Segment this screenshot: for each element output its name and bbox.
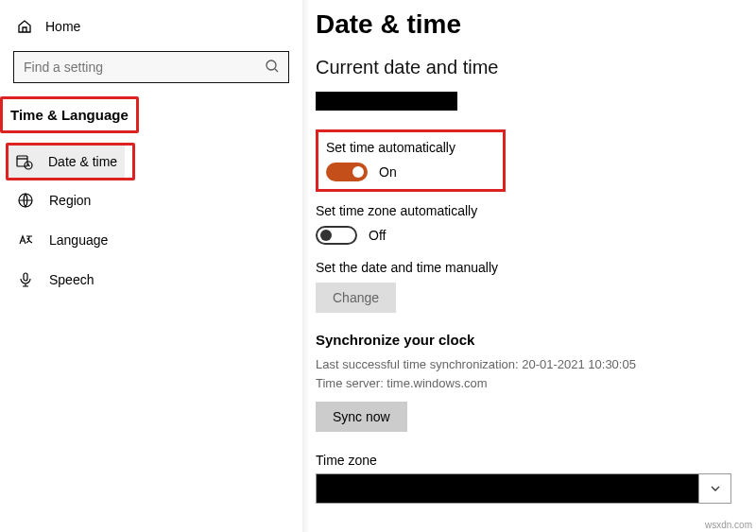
change-button[interactable]: Change xyxy=(316,283,396,313)
category-wrap: Time & Language xyxy=(0,96,302,133)
category-label: Time & Language xyxy=(0,96,139,133)
set-manual-label: Set the date and time manually xyxy=(316,260,741,275)
nav-list: Date & time Region Language Speech xyxy=(0,143,302,300)
toggle-state-label: Off xyxy=(369,228,386,243)
search-wrap xyxy=(13,51,289,83)
toggle-set-time-auto[interactable]: On xyxy=(326,163,455,181)
calendar-clock-icon xyxy=(16,153,33,170)
globe-icon xyxy=(17,192,34,209)
sidebar-item-label: Speech xyxy=(49,272,94,287)
sidebar-item-language[interactable]: Language xyxy=(0,220,302,260)
content-pane: Date & time Current date and time Set ti… xyxy=(302,0,756,532)
current-datetime-value xyxy=(316,92,457,111)
watermark: wsxdn.com xyxy=(705,520,752,530)
search-icon xyxy=(265,59,280,74)
home-label: Home xyxy=(45,19,80,34)
sync-info: Last successful time synchronization: 20… xyxy=(316,355,741,392)
svg-rect-4 xyxy=(24,273,27,281)
timezone-label: Time zone xyxy=(316,453,741,468)
sidebar-item-date-time[interactable]: Date & time xyxy=(9,146,125,178)
svg-point-0 xyxy=(266,60,276,70)
set-tz-auto-label: Set time zone automatically xyxy=(316,203,741,218)
home-nav[interactable]: Home xyxy=(0,11,302,42)
highlight-set-time-auto: Set time automatically On xyxy=(316,129,506,192)
page-title: Date & time xyxy=(316,9,741,40)
language-icon xyxy=(17,232,34,249)
toggle-track xyxy=(326,163,368,181)
set-manual-group: Set the date and time manually Change xyxy=(316,260,741,313)
set-tz-auto-group: Set time zone automatically Off xyxy=(316,203,741,245)
set-time-auto-label: Set time automatically xyxy=(326,140,455,155)
sync-server-line: Time server: time.windows.com xyxy=(316,374,741,393)
sidebar-item-label: Language xyxy=(49,232,108,248)
toggle-track xyxy=(316,226,357,245)
search-input[interactable] xyxy=(13,51,289,83)
sidebar-item-region[interactable]: Region xyxy=(0,180,302,220)
sync-last-line: Last successful time synchronization: 20… xyxy=(316,355,741,374)
sidebar: Home Time & Language Date & time Region xyxy=(0,0,302,532)
timezone-section: Time zone xyxy=(316,453,741,504)
toggle-state-label: On xyxy=(379,164,397,180)
sidebar-item-label: Date & time xyxy=(48,154,117,169)
sync-heading: Synchronize your clock xyxy=(316,332,741,348)
sync-section: Synchronize your clock Last successful t… xyxy=(316,332,741,432)
timezone-dropdown[interactable] xyxy=(316,473,731,504)
chevron-down-icon xyxy=(698,474,730,503)
sidebar-item-label: Region xyxy=(49,193,91,208)
sidebar-item-speech[interactable]: Speech xyxy=(0,260,302,300)
nav-highlight-datetime: Date & time xyxy=(6,143,135,180)
timezone-value xyxy=(317,474,698,503)
svg-rect-1 xyxy=(17,156,27,166)
toggle-set-tz-auto[interactable]: Off xyxy=(316,226,741,245)
microphone-icon xyxy=(17,271,34,288)
home-icon xyxy=(17,19,32,34)
section-current-datetime: Current date and time xyxy=(316,57,741,78)
sync-now-button[interactable]: Sync now xyxy=(316,402,407,432)
